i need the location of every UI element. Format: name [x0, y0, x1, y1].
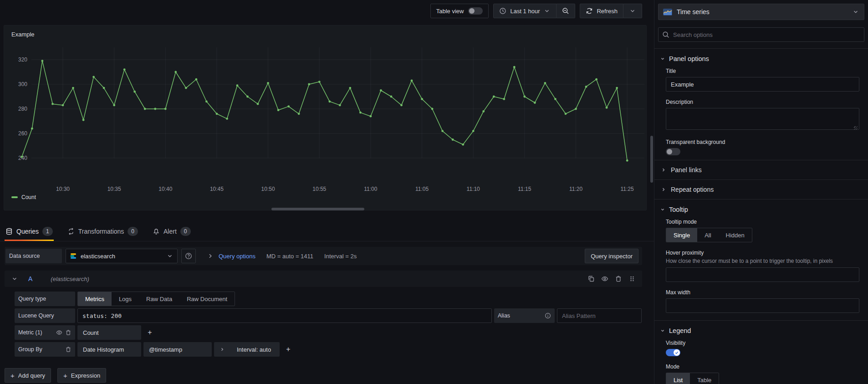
datasource-picker[interactable]: elasticsearch [66, 249, 178, 263]
time-series-panel[interactable]: Example 240260280300320 10:3010:3510:401… [4, 25, 647, 210]
x-tick-label: 10:45 [210, 186, 224, 192]
panel-editor-splitter[interactable] [271, 208, 364, 210]
panel-title-input[interactable] [666, 77, 859, 92]
tab-alert[interactable]: Alert 0 [152, 221, 191, 241]
delete-query-icon[interactable] [615, 275, 622, 282]
scrollbar-thumb[interactable] [650, 136, 653, 183]
group-by-interval: Interval: auto [237, 346, 271, 353]
group-by-field-segment[interactable]: @timestamp [143, 342, 212, 357]
help-circle-icon [185, 252, 192, 260]
hide-query-icon[interactable] [601, 275, 608, 282]
metric-type-segment[interactable]: Count [77, 325, 141, 340]
x-tick-label: 11:25 [621, 186, 634, 192]
legend-item-count[interactable]: Count [11, 194, 36, 200]
add-group-by-button[interactable]: + [282, 342, 295, 357]
time-range-picker[interactable]: Last 1 hour [493, 4, 557, 18]
query-type-metrics[interactable]: Metrics [78, 292, 112, 306]
plus-icon: + [10, 372, 15, 379]
legend-mode-table[interactable]: Table [690, 373, 719, 384]
query-type-raw-document[interactable]: Raw Document [179, 292, 235, 306]
tab-label: Queries [16, 228, 39, 235]
refresh-label: Refresh [597, 8, 618, 15]
query-row-header[interactable]: A (elasticsearch) [5, 271, 642, 287]
transparent-background-toggle[interactable] [666, 148, 680, 155]
info-circle-icon [545, 312, 551, 319]
query-options-link[interactable]: Query options [219, 253, 255, 260]
table-view-toggle[interactable] [468, 7, 483, 15]
query-options-toggle[interactable]: Query options MD = auto = 1411 Interval … [207, 252, 357, 260]
chevron-down-icon [852, 8, 859, 15]
panel-links-section[interactable]: Panel links [654, 160, 868, 179]
description-label: Description [666, 99, 859, 105]
datasource-label: Data source [5, 249, 62, 263]
tab-label: Alert [163, 228, 177, 235]
search-icon [662, 31, 669, 38]
add-expression-button[interactable]: + Expression [57, 368, 106, 383]
transformations-count-badge: 0 [128, 227, 138, 236]
svg-text:300: 300 [18, 81, 27, 87]
duplicate-query-icon[interactable] [587, 275, 595, 282]
chevron-right-icon [207, 252, 214, 260]
query-editor: Data source elasticsearch [0, 241, 654, 383]
zoom-out-button[interactable] [557, 4, 575, 18]
legend-visibility-label: Visibility [666, 340, 859, 346]
add-query-button[interactable]: + Add query [5, 368, 51, 383]
query-type-raw-data[interactable]: Raw Data [139, 292, 179, 306]
query-actions: + Add query + Expression [5, 368, 642, 383]
section-legend[interactable]: Legend [654, 321, 868, 338]
chevron-right-icon [220, 347, 225, 352]
main-area: Table view Last 1 hour [0, 0, 654, 384]
alias-pattern-input[interactable] [557, 308, 642, 323]
remove-group-by-icon[interactable] [65, 346, 71, 353]
chevron-right-icon [661, 187, 666, 192]
datasource-help-button[interactable] [181, 249, 196, 263]
tab-transformations[interactable]: Transformations 0 [66, 221, 139, 241]
tooltip-mode-single[interactable]: Single [666, 228, 697, 242]
tab-queries[interactable]: Queries 1 [5, 221, 54, 241]
legend-mode-label: Mode [666, 364, 859, 370]
tooltip-mode-all[interactable]: All [697, 228, 718, 242]
options-search [658, 27, 864, 42]
legend-visibility-toggle[interactable] [666, 349, 680, 356]
add-metric-button[interactable]: + [143, 325, 156, 340]
svg-text:260: 260 [18, 130, 27, 137]
chevron-down-icon [660, 207, 665, 212]
visualization-picker[interactable]: Time series [658, 4, 864, 20]
table-view-control: Table view [430, 4, 489, 18]
group-by-type-segment[interactable]: Date Histogram [77, 342, 141, 357]
group-by-settings-segment[interactable]: Interval: auto [214, 342, 280, 357]
max-data-points-value: MD = auto = 1411 [266, 253, 313, 260]
legend-mode-list[interactable]: List [666, 373, 690, 384]
repeat-options-section[interactable]: Repeat options [654, 180, 868, 199]
transparent-background-label: Transparent background [666, 139, 859, 145]
svg-text:240: 240 [18, 155, 27, 161]
chevron-right-icon [661, 167, 666, 173]
time-series-viz-icon [663, 9, 672, 15]
time-series-chart[interactable]: 240260280300320 [8, 26, 647, 185]
hover-proximity-input[interactable] [666, 267, 859, 282]
datasource-name: elasticsearch [81, 253, 115, 260]
section-panel-options[interactable]: Panel options [654, 49, 868, 66]
toggle-metric-visibility-icon[interactable] [56, 329, 62, 336]
collapse-chevron-icon[interactable] [11, 275, 18, 282]
editor-tabs: Queries 1 Transformations 0 Alert 0 [0, 221, 654, 241]
refresh-button[interactable]: Refresh [580, 4, 623, 18]
lucene-query-input[interactable] [77, 308, 492, 323]
table-view-label: Table view [436, 8, 464, 15]
tooltip-mode-hidden[interactable]: Hidden [719, 228, 752, 242]
legend-mode-group: List Table [666, 373, 719, 384]
tab-label: Transformations [78, 228, 124, 235]
remove-metric-icon[interactable] [65, 329, 71, 336]
x-tick-label: 10:55 [312, 186, 326, 192]
section-tooltip[interactable]: Tooltip [654, 200, 868, 217]
query-type-logs[interactable]: Logs [112, 292, 139, 306]
max-width-input[interactable] [666, 298, 859, 313]
panel-description-textarea[interactable] [666, 108, 859, 130]
refresh-interval-dropdown[interactable] [623, 4, 642, 18]
grafana-panel-editor: Table view Last 1 hour [0, 0, 868, 384]
query-inspector-button[interactable]: Query inspector [585, 249, 638, 263]
visualization-name: Time series [677, 8, 710, 15]
drag-handle-icon[interactable] [628, 275, 636, 282]
alert-count-badge: 0 [180, 227, 191, 236]
options-search-input[interactable] [673, 31, 860, 38]
